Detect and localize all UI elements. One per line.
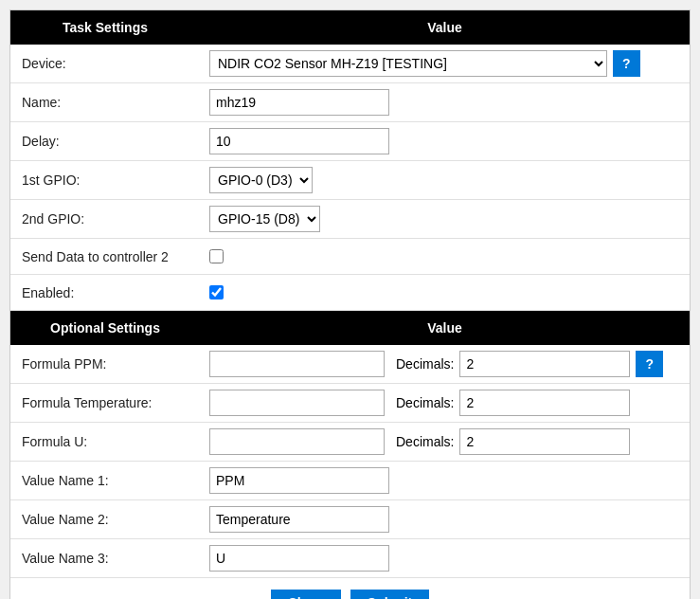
formula-temp-value: Decimals: <box>200 384 690 422</box>
value-name1-row: Value Name 1: <box>10 462 690 500</box>
device-select[interactable]: NDIR CO2 Sensor MH-Z19 [TESTING] <box>209 50 607 77</box>
device-label: Device: <box>10 48 200 79</box>
formula-ppm-decimals-input[interactable] <box>459 351 630 377</box>
formula-u-label: Formula U: <box>10 427 200 457</box>
submit-button[interactable]: Submit <box>350 590 429 599</box>
gpio2-label: 2nd GPIO: <box>10 204 200 234</box>
optional-settings-header: Optional Settings Value <box>10 311 690 345</box>
enabled-value <box>200 280 690 305</box>
formula-ppm-label: Formula PPM: <box>10 349 200 379</box>
formula-u-decimals-label: Decimals: <box>396 434 454 449</box>
name-label: Name: <box>10 87 200 118</box>
formula-temp-label: Formula Temperature: <box>10 388 200 418</box>
optional-settings-title: Optional Settings <box>10 311 200 345</box>
device-help-button[interactable]: ? <box>613 50 640 77</box>
value-name1-label: Value Name 1: <box>10 465 200 496</box>
formula-u-input[interactable] <box>209 428 385 455</box>
formula-u-decimals-input[interactable] <box>459 428 630 455</box>
formula-temp-row: Formula Temperature: Decimals: <box>10 384 690 423</box>
gpio1-select[interactable]: GPIO-0 (D3) GPIO-1 (D4) GPIO-2 (D5) <box>209 167 313 193</box>
gpio1-value: GPIO-0 (D3) GPIO-1 (D4) GPIO-2 (D5) <box>200 161 690 199</box>
gpio2-select[interactable]: GPIO-15 (D8) GPIO-16 (D0) GPIO-4 (D2) <box>209 206 320 232</box>
device-value: NDIR CO2 Sensor MH-Z19 [TESTING] ? <box>200 45 690 82</box>
gpio2-row: 2nd GPIO: GPIO-15 (D8) GPIO-16 (D0) GPIO… <box>10 200 690 239</box>
name-value <box>200 83 690 121</box>
formula-ppm-help-button[interactable]: ? <box>636 351 663 377</box>
send-data-checkbox[interactable] <box>209 249 224 263</box>
send-data-label: Send Data to controller 2 <box>10 242 200 272</box>
enabled-checkbox[interactable] <box>209 285 224 300</box>
formula-u-value: Decimals: <box>200 423 690 461</box>
formula-ppm-input[interactable] <box>209 351 385 377</box>
value-name3-value <box>200 539 690 577</box>
name-row: Name: <box>10 83 690 122</box>
enabled-label: Enabled: <box>10 278 200 308</box>
formula-ppm-row: Formula PPM: Decimals: ? <box>10 345 690 384</box>
task-settings-title: Task Settings <box>10 10 200 45</box>
formula-temp-input[interactable] <box>209 390 385 416</box>
formula-ppm-value: Decimals: ? <box>200 345 690 383</box>
gpio2-value: GPIO-15 (D8) GPIO-16 (D0) GPIO-4 (D2) <box>200 200 690 238</box>
value-name2-value <box>200 500 690 538</box>
value-name2-label: Value Name 2: <box>10 504 200 535</box>
task-settings-header: Task Settings Value <box>10 10 690 45</box>
optional-settings-value-title: Value <box>200 311 690 345</box>
task-settings-value-title: Value <box>200 10 690 45</box>
form-container: Task Settings Value Device: NDIR CO2 Sen… <box>9 9 691 599</box>
device-row: Device: NDIR CO2 Sensor MH-Z19 [TESTING]… <box>10 45 690 83</box>
delay-value <box>200 122 690 160</box>
value-name1-input[interactable] <box>209 467 389 494</box>
formula-temp-decimals-label: Decimals: <box>396 395 454 410</box>
formula-ppm-decimals-label: Decimals: <box>396 356 454 372</box>
delay-input[interactable] <box>209 128 389 154</box>
formula-u-row: Formula U: Decimals: <box>10 423 690 462</box>
delay-label: Delay: <box>10 126 200 156</box>
value-name3-label: Value Name 3: <box>10 543 200 573</box>
send-data-value <box>200 244 690 269</box>
enabled-row: Enabled: <box>10 275 690 311</box>
gpio1-row: 1st GPIO: GPIO-0 (D3) GPIO-1 (D4) GPIO-2… <box>10 161 690 200</box>
value-name2-row: Value Name 2: <box>10 500 690 539</box>
send-data-row: Send Data to controller 2 <box>10 239 690 275</box>
close-button[interactable]: Close <box>271 590 341 599</box>
delay-row: Delay: <box>10 122 690 161</box>
formula-temp-decimals-input[interactable] <box>459 390 630 416</box>
value-name3-row: Value Name 3: <box>10 539 690 578</box>
value-name3-input[interactable] <box>209 545 389 572</box>
buttons-row: Close Submit <box>10 578 690 599</box>
value-name1-value <box>200 462 690 499</box>
name-input[interactable] <box>209 89 389 116</box>
gpio1-label: 1st GPIO: <box>10 165 200 195</box>
value-name2-input[interactable] <box>209 506 389 533</box>
